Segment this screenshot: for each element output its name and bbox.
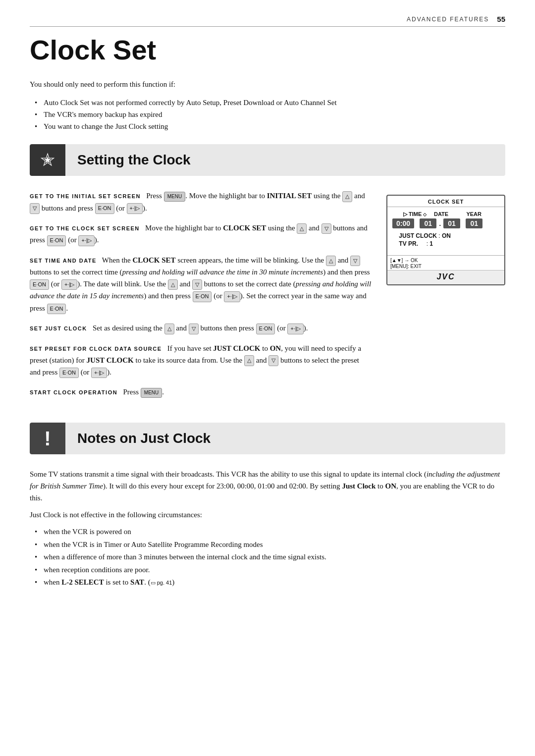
up-arrow-icon: △ — [342, 191, 352, 202]
time-value: 0:00 — [392, 218, 414, 228]
up-arrow-icon6: △ — [244, 355, 254, 366]
list-item: Auto Clock Set was not performed correct… — [35, 97, 505, 108]
step-preset-label: SET PRESET FOR CLOCK DATA SOURCE — [30, 346, 162, 352]
step-just-clock-label: SET JUST CLOCK — [30, 325, 87, 331]
year-value: 01 — [466, 218, 482, 228]
up-arrow-icon3: △ — [326, 256, 336, 267]
list-item: when reception conditions are poor. — [35, 564, 505, 577]
step-set-just-clock: SET JUST CLOCK Set as desired using the … — [30, 322, 372, 334]
eon-button-icon3: E·ON — [30, 279, 49, 290]
enter-arrow-icon3: +·|▷ — [61, 279, 77, 290]
up-arrow-icon2: △ — [297, 223, 307, 234]
year-header: YEAR — [464, 211, 482, 217]
notes-just-clock-box: ! Notes on Just Clock — [30, 423, 505, 454]
clock-headers: ▷ TIME ◇ DATE YEAR — [392, 211, 499, 217]
eon-button-icon: E·ON — [95, 203, 114, 214]
step-clock-set-label: GET TO THE CLOCK SET SCREEN — [30, 225, 140, 231]
time-header: ▷ TIME ◇ — [403, 211, 430, 217]
tv-pr-row: TV PR. : 1 — [392, 240, 499, 247]
down-arrow-icon6: ▽ — [268, 355, 278, 366]
exclamation-icon: ! — [44, 429, 51, 448]
step-set-time-label: SET TIME AND DATE — [30, 258, 97, 264]
clock-screen-widget: CLOCK SET ▷ TIME ◇ DATE YEAR 0:00 01 . — [386, 195, 505, 285]
section-label: ADVANCED FEATURES — [407, 16, 489, 23]
main-title: Clock Set — [30, 36, 505, 65]
eon-button-icon7: E·ON — [59, 368, 79, 378]
just-clock-value: ON — [442, 232, 451, 239]
clock-footer-exit: [MENU]: EXIT — [390, 264, 501, 269]
star-icon: ✭ — [40, 151, 55, 169]
list-item: when L-2 SELECT is set to SAT. (▭ pg. 41… — [35, 576, 505, 589]
date-value1: 01 — [420, 218, 436, 228]
eon-button-icon5: E·ON — [47, 304, 66, 315]
page-number: 55 — [497, 15, 505, 23]
setting-clock-title: Setting the Clock — [77, 152, 191, 168]
notes-content: Some TV stations transmit a time signal … — [30, 468, 505, 589]
setting-clock-title-area: Setting the Clock — [65, 144, 203, 176]
enter-arrow-icon5: +·|▷ — [287, 324, 303, 334]
up-arrow-icon4: △ — [168, 279, 178, 290]
down-arrow-icon: ▽ — [30, 203, 40, 214]
step-initial-set: GET TO THE INITIAL SET SCREEN Press MENU… — [30, 190, 372, 214]
enter-arrow-icon: +·|▷ — [127, 203, 143, 214]
clock-footer-ok: [▲▼] → OK — [390, 258, 501, 263]
jvc-brand: JVC — [387, 270, 504, 284]
list-item: when the VCR is in Timer or Auto Satelli… — [35, 539, 505, 551]
notes-icon: ! — [30, 423, 65, 454]
clock-footer: [▲▼] → OK [MENU]: EXIT — [387, 255, 504, 270]
clock-screen-diagram: CLOCK SET ▷ TIME ◇ DATE YEAR 0:00 01 . — [386, 195, 505, 285]
intro-bullet-list: Auto Clock Set was not performed correct… — [35, 97, 505, 132]
date-header: DATE — [432, 211, 462, 217]
page-header: ADVANCED FEATURES 55 — [30, 15, 505, 27]
just-clock-circumstances-lead: Just Clock is not effective in the follo… — [30, 509, 505, 521]
step-start-clock-label: START CLOCK OPERATION — [30, 389, 117, 395]
list-item: You want to change the Just Clock settin… — [35, 120, 505, 132]
eon-button-icon4: E·ON — [193, 291, 212, 302]
down-arrow-icon2: ▽ — [321, 223, 331, 234]
enter-arrow-icon4: +·|▷ — [224, 291, 240, 302]
enter-arrow-icon6: +·|▷ — [91, 368, 107, 378]
notes-title-area: Notes on Just Clock — [65, 423, 222, 454]
setting-clock-icon: ✭ — [30, 144, 65, 176]
clock-values: 0:00 01 . 01 01 — [392, 218, 499, 228]
step-initial-set-label: GET TO THE INITIAL SET SCREEN — [30, 193, 141, 199]
eon-button-icon6: E·ON — [256, 324, 275, 334]
setting-clock-box: ✭ Setting the Clock — [30, 144, 505, 176]
date-separator: . — [439, 220, 441, 227]
notes-title: Notes on Just Clock — [77, 431, 211, 446]
notes-bullet-list: when the VCR is powered on when the VCR … — [35, 526, 505, 589]
enter-arrow-icon2: +·|▷ — [78, 235, 94, 246]
clock-screen-title: CLOCK SET — [387, 196, 504, 207]
step-set-time-date: SET TIME AND DATE When the CLOCK SET scr… — [30, 254, 372, 314]
just-clock-label: JUST CLOCK — [399, 232, 437, 239]
intro-lead: You should only need to perform this fun… — [30, 79, 505, 90]
list-item: when a difference of more than 3 minutes… — [35, 551, 505, 564]
down-arrow-icon4: ▽ — [192, 279, 202, 290]
list-item: when the VCR is powered on — [35, 526, 505, 539]
eon-button-icon2: E·ON — [47, 235, 66, 246]
two-col-layout: GET TO THE INITIAL SET SCREEN Press MENU… — [30, 190, 505, 406]
menu-button-icon: MENU — [164, 192, 185, 202]
just-clock-row: JUST CLOCK : ON — [392, 232, 499, 239]
menu-button-icon2: MENU — [141, 388, 162, 398]
down-arrow-icon5: ▽ — [189, 324, 199, 334]
step-start-clock: START CLOCK OPERATION Press MENU. — [30, 386, 372, 398]
setting-clock-text-col: GET TO THE INITIAL SET SCREEN Press MENU… — [30, 190, 372, 406]
notes-paragraph: Some TV stations transmit a time signal … — [30, 468, 505, 504]
list-item: The VCR's memory backup has expired — [35, 108, 505, 120]
up-arrow-icon5: △ — [164, 324, 174, 334]
clock-screen-body: ▷ TIME ◇ DATE YEAR 0:00 01 . 01 01 — [387, 207, 504, 255]
setting-clock-content: GET TO THE INITIAL SET SCREEN Press MENU… — [30, 190, 505, 418]
step-preset-clock-source: SET PRESET FOR CLOCK DATA SOURCE If you … — [30, 342, 372, 378]
date-value2: 01 — [443, 218, 460, 228]
page-reference: ▭ pg. 41 — [151, 580, 172, 586]
step-clock-set-screen: GET TO THE CLOCK SET SCREEN Move the hig… — [30, 222, 372, 246]
tv-pr-value: 1 — [429, 240, 433, 247]
tv-pr-label: TV PR. — [399, 240, 418, 247]
page: ADVANCED FEATURES 55 Clock Set You shoul… — [0, 0, 535, 756]
down-arrow-icon3: ▽ — [350, 256, 360, 267]
